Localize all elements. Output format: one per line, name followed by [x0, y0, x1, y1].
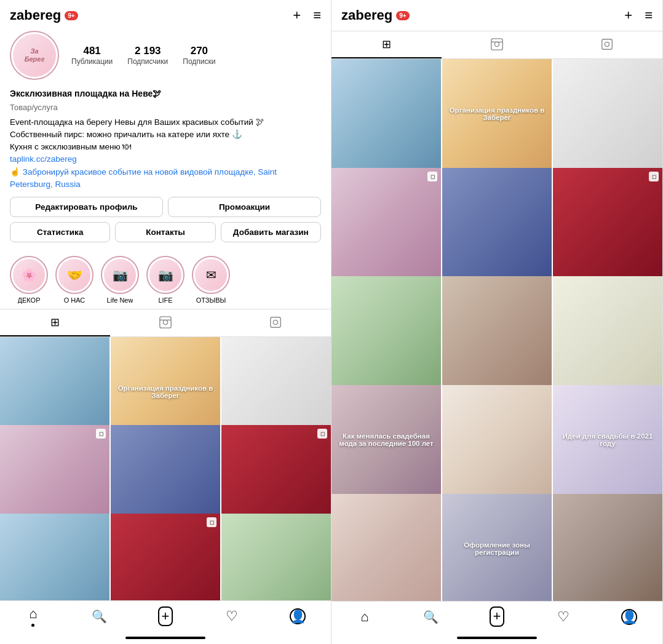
left-notification-badge: 9+	[65, 11, 77, 20]
right-tab-tagged[interactable]	[552, 31, 662, 58]
left-stats-button[interactable]: Статистика	[10, 222, 110, 242]
left-search-icon: 🔍	[92, 609, 107, 624]
left-grid-cell-7[interactable]	[0, 514, 109, 600]
left-story-life[interactable]: 📷 LIFE	[146, 256, 185, 304]
right-grid-overlay-10: Как менялась свадебная мода за последние…	[332, 385, 441, 495]
left-multi-indicator-4: ◻	[96, 429, 106, 439]
left-add-icon[interactable]: +	[293, 7, 301, 23]
left-story-life-label: LIFE	[158, 296, 172, 304]
left-bio-line-1: Event-площадка на берегу Невы для Ваших …	[10, 116, 321, 129]
left-story-decor-label: ДЕКОР	[18, 296, 41, 304]
right-grid-cell-2[interactable]: Организация праздников в Заберег	[442, 59, 552, 169]
left-stat-following-label: Подписки	[183, 57, 215, 66]
left-grid-cell-9[interactable]	[221, 514, 331, 600]
right-grid-cell-14[interactable]: Оформление зоны регистрации	[442, 494, 552, 602]
right-multi-4: ◻	[427, 172, 437, 181]
left-tab-grid[interactable]: ⊞	[0, 309, 110, 336]
right-add-icon[interactable]: +	[624, 7, 632, 23]
left-nav-home[interactable]: ⌂	[0, 606, 66, 627]
right-grid-cell-12[interactable]: Идеи для свадьбы в 2021 году	[553, 385, 662, 495]
svg-point-1	[163, 320, 167, 324]
left-story-life-new[interactable]: 📷 Life New	[101, 256, 139, 304]
left-nav-add[interactable]: +	[132, 606, 199, 627]
left-story-reviews-icon: ✉	[195, 259, 227, 291]
left-nav-profile[interactable]: 👤	[264, 606, 331, 627]
left-stat-following-num: 270	[191, 45, 208, 57]
right-profile-icon: 👤	[621, 609, 637, 625]
left-action-buttons: Редактировать профиль Промоакции Статист…	[10, 197, 321, 242]
left-stat-posts-label: Публикации	[71, 57, 113, 66]
right-grid-cell-4[interactable]: ◻	[332, 168, 441, 277]
left-story-life-circle: 📷	[146, 256, 185, 294]
right-grid-cell-6[interactable]: ◻	[553, 168, 662, 277]
left-grid-overlay-text-2: Организация праздников в Заберег	[116, 384, 215, 399]
left-avatar-wrap[interactable]: ЗаБерег	[10, 31, 59, 80]
right-home-icon: ⌂	[360, 609, 368, 625]
svg-point-4	[274, 320, 278, 324]
left-story-reviews-label: ОТЗЫВЫ	[196, 296, 226, 304]
left-grid-cell-8[interactable]: ◻	[111, 514, 220, 600]
left-tab-tagged[interactable]	[221, 309, 331, 336]
left-add-nav-icon: +	[158, 606, 173, 627]
left-story-about[interactable]: 🤝 О НАС	[55, 256, 93, 304]
right-nav-profile[interactable]: 👤	[596, 606, 662, 627]
left-stat-followers-num: 2 193	[135, 45, 161, 57]
left-story-reviews[interactable]: ✉ ОТЗЫВЫ	[192, 256, 230, 304]
left-nav-search[interactable]: 🔍	[66, 606, 133, 627]
right-header-icons: + ≡	[624, 7, 653, 23]
right-grid-overlay-12: Идеи для свадьбы в 2021 году	[553, 385, 662, 495]
right-grid-cell-13[interactable]	[332, 494, 441, 602]
right-grid-cell-8[interactable]	[442, 276, 552, 386]
left-stat-following: 270 Подписки	[183, 45, 215, 66]
right-menu-icon[interactable]: ≡	[645, 7, 653, 23]
right-grid-cell-5[interactable]	[442, 168, 552, 277]
left-story-decor-circle: 🌸	[10, 256, 48, 294]
right-grid-cell-10[interactable]: Как менялась свадебная мода за последние…	[332, 385, 441, 495]
right-grid-cell-1[interactable]	[332, 59, 441, 169]
left-bio-cta: ☝ Забронируй красивое событие на новой в…	[10, 166, 321, 191]
left-stat-posts: 481 Публикации	[71, 45, 113, 66]
left-nav-likes[interactable]: ♡	[199, 606, 265, 627]
right-grid-overlay-text-10: Как менялась свадебная мода за последние…	[336, 432, 436, 447]
right-nav-search[interactable]: 🔍	[398, 606, 464, 627]
left-profile-category: Товар/услуга	[10, 101, 321, 114]
left-phone-panel: zabereg 9+ + ≡ ЗаБерег 481 Публикации 2 …	[0, 0, 332, 644]
right-add-nav-icon: +	[490, 606, 505, 627]
left-home-indicator-bar	[0, 637, 331, 644]
right-nav-likes[interactable]: ♡	[530, 606, 597, 627]
right-grid-cell-7[interactable]	[332, 276, 441, 386]
right-tab-reels[interactable]	[442, 31, 552, 58]
left-avatar-logo-text: ЗаБерег	[25, 47, 45, 63]
right-grid-overlay-text-2: Организация праздников в Заберег	[447, 106, 547, 121]
left-btn-row-1: Редактировать профиль Промоакции	[10, 197, 321, 217]
left-menu-icon[interactable]: ≡	[313, 7, 321, 23]
left-heart-icon: ♡	[226, 608, 238, 624]
left-story-life-new-icon: 📷	[104, 259, 136, 291]
left-content-tabs: ⊞	[0, 309, 331, 337]
right-grid-cell-15[interactable]	[553, 494, 662, 602]
left-edit-profile-button[interactable]: Редактировать профиль	[10, 197, 163, 217]
right-header-left: zabereg 9+	[341, 7, 410, 23]
right-nav-home[interactable]: ⌂	[332, 606, 398, 627]
right-nav-add[interactable]: +	[464, 606, 530, 627]
right-search-icon: 🔍	[423, 610, 439, 624]
left-promo-button[interactable]: Промоакции	[168, 197, 321, 217]
left-story-decor[interactable]: 🌸 ДЕКОР	[10, 256, 48, 304]
left-story-reviews-circle: ✉	[192, 256, 230, 294]
left-contacts-button[interactable]: Контакты	[115, 222, 215, 242]
right-logo: zabereg	[341, 7, 392, 23]
right-tab-grid[interactable]: ⊞	[332, 31, 442, 58]
svg-rect-0	[160, 317, 171, 328]
left-bio-link[interactable]: taplink.cc/zabereg	[10, 154, 77, 164]
svg-rect-8	[602, 39, 613, 50]
right-grid-cell-3[interactable]	[553, 59, 662, 169]
right-grid-cell-11[interactable]	[442, 385, 552, 495]
left-tab-reels[interactable]	[110, 309, 220, 336]
left-story-life-new-circle: 📷	[101, 256, 139, 294]
right-grid-cell-9[interactable]	[553, 276, 662, 386]
left-profile-name: Эксклюзивная площадка на Неве🕊	[10, 87, 321, 100]
left-shop-button[interactable]: Добавить магазин	[221, 222, 321, 242]
right-header: zabereg 9+ + ≡	[332, 0, 662, 31]
right-home-indicator-bar	[332, 637, 662, 644]
left-story-about-label: О НАС	[64, 296, 85, 304]
